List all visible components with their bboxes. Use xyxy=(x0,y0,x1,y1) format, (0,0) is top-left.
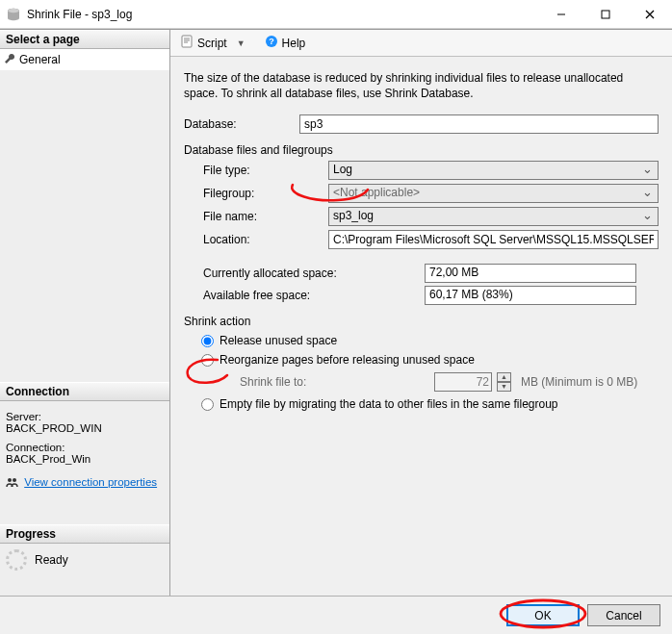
location-label: Location: xyxy=(184,233,328,246)
wrench-icon xyxy=(4,53,15,64)
help-label: Help xyxy=(282,37,306,50)
free-label: Available free space: xyxy=(184,289,425,302)
help-button[interactable]: ? Help xyxy=(261,33,310,53)
svg-point-7 xyxy=(13,478,16,482)
spin-down-icon: ▼ xyxy=(497,382,511,392)
file-name-select[interactable]: sp3_log xyxy=(328,207,659,226)
connection-header: Connection xyxy=(0,382,169,401)
allocated-value: 72,00 MB xyxy=(425,264,636,283)
files-section-label: Database files and filegroups xyxy=(184,143,659,157)
footer: OK Cancel xyxy=(0,596,672,634)
main-panel: Script ▼ ? Help The size of the database… xyxy=(170,30,672,596)
svg-rect-8 xyxy=(182,36,192,47)
radio-release-unused-input[interactable] xyxy=(201,335,214,347)
help-icon: ? xyxy=(265,35,278,51)
maximize-button[interactable] xyxy=(583,0,628,29)
connection-value: BACK_Prod_Win xyxy=(6,453,164,465)
svg-point-6 xyxy=(8,478,12,482)
svg-rect-3 xyxy=(602,11,609,18)
select-page-header: Select a page xyxy=(0,30,169,49)
minimize-button[interactable] xyxy=(539,0,583,29)
filegroup-label: Filegroup: xyxy=(184,187,328,200)
radio-reorganize-label: Reorganize pages before releasing unused… xyxy=(220,353,475,367)
ok-button[interactable]: OK xyxy=(506,604,580,626)
script-label: Script xyxy=(197,37,227,50)
app-icon xyxy=(6,7,21,22)
radio-reorganize-input[interactable] xyxy=(201,354,214,367)
progress-status: Ready xyxy=(35,553,68,567)
radio-release-unused[interactable]: Release unused space xyxy=(201,334,659,347)
free-value: 60,17 MB (83%) xyxy=(425,286,636,305)
location-input[interactable] xyxy=(328,230,659,249)
radio-empty-file-label: Empty file by migrating the data to othe… xyxy=(220,397,558,411)
progress-header: Progress xyxy=(0,524,169,544)
connection-info: Server: BACK_PROD_WIN Connection: BACK_P… xyxy=(0,401,169,495)
server-label: Server: xyxy=(6,411,164,422)
file-type-select[interactable]: Log xyxy=(328,161,659,180)
sidebar-item-general[interactable]: General xyxy=(0,49,169,70)
progress-spinner-icon xyxy=(6,549,27,571)
toolbar: Script ▼ ? Help xyxy=(170,30,672,57)
radio-release-unused-label: Release unused space xyxy=(220,334,337,347)
sidebar: Select a page General Connection Server:… xyxy=(0,30,170,596)
radio-empty-file[interactable]: Empty file by migrating the data to othe… xyxy=(201,397,659,411)
shrink-to-suffix: MB (Minimum is 0 MB) xyxy=(521,375,637,389)
radio-reorganize[interactable]: Reorganize pages before releasing unused… xyxy=(201,353,659,367)
radio-empty-file-input[interactable] xyxy=(201,398,214,411)
sidebar-item-label: General xyxy=(19,53,61,66)
shrink-to-label: Shrink file to: xyxy=(240,375,375,389)
view-connection-properties-link[interactable]: View connection properties xyxy=(24,476,157,488)
shrink-action-label: Shrink action xyxy=(184,315,659,328)
database-input[interactable] xyxy=(299,114,659,134)
svg-point-1 xyxy=(8,8,19,12)
filegroup-select: <Not applicable> xyxy=(328,184,659,203)
cancel-button[interactable]: Cancel xyxy=(587,604,660,626)
allocated-label: Currently allocated space: xyxy=(184,267,425,280)
file-type-label: File type: xyxy=(184,164,328,177)
svg-text:?: ? xyxy=(269,37,274,46)
shrink-to-spinner: 72 xyxy=(434,372,492,392)
spinner-buttons: ▲▼ xyxy=(497,372,511,392)
connection-label: Connection: xyxy=(6,442,164,453)
script-button[interactable]: Script xyxy=(176,33,231,53)
file-name-label: File name: xyxy=(184,210,328,223)
script-icon xyxy=(180,35,194,51)
window-title: Shrink File - sp3_log xyxy=(27,8,539,21)
people-icon xyxy=(6,476,19,490)
database-label: Database: xyxy=(184,117,299,131)
intro-text: The size of the database is reduced by s… xyxy=(184,70,659,101)
close-button[interactable] xyxy=(628,0,672,29)
title-bar: Shrink File - sp3_log xyxy=(0,0,672,29)
content-area: The size of the database is reduced by s… xyxy=(170,57,672,596)
server-value: BACK_PROD_WIN xyxy=(6,422,164,434)
script-dropdown-arrow-icon[interactable]: ▼ xyxy=(235,38,247,48)
spin-up-icon: ▲ xyxy=(497,372,511,382)
